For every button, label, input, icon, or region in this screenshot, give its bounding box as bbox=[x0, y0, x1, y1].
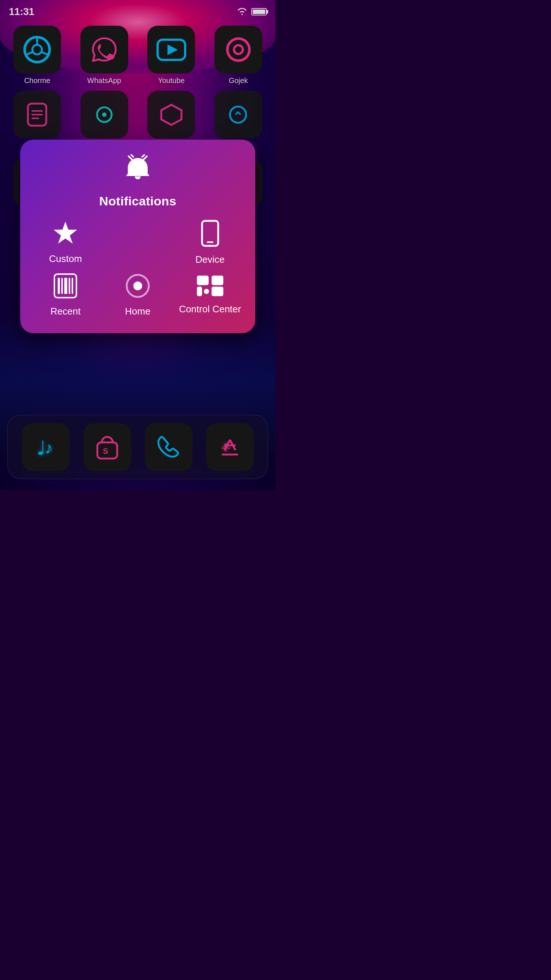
svg-rect-32 bbox=[197, 286, 202, 296]
menu-item-custom[interactable]: Custom bbox=[31, 220, 100, 264]
menu-label-recent: Recent bbox=[50, 306, 81, 317]
svg-marker-19 bbox=[54, 221, 77, 243]
device-phone-icon bbox=[200, 220, 220, 249]
svg-rect-23 bbox=[58, 278, 60, 294]
menu-top: Notifications bbox=[31, 154, 244, 208]
menu-label-home: Home bbox=[125, 306, 150, 317]
custom-star-icon bbox=[52, 220, 79, 248]
notifications-bell-icon bbox=[123, 154, 152, 189]
home-button-icon bbox=[124, 273, 151, 301]
svg-line-18 bbox=[142, 155, 144, 157]
menu-item-device[interactable]: Device bbox=[176, 220, 244, 265]
menu-item-home[interactable]: Home bbox=[103, 273, 172, 317]
svg-line-17 bbox=[131, 155, 133, 157]
menu-label-device: Device bbox=[195, 254, 224, 265]
context-menu-grid: Custom Device bbox=[31, 220, 244, 317]
svg-point-29 bbox=[133, 282, 142, 290]
menu-label-control-center: Control Center bbox=[179, 304, 241, 315]
context-menu: Notifications Custom Device bbox=[20, 140, 255, 333]
svg-rect-26 bbox=[69, 278, 70, 294]
context-menu-title: Notifications bbox=[99, 194, 176, 208]
menu-label-custom: Custom bbox=[49, 253, 82, 264]
menu-item-recent[interactable]: Recent bbox=[31, 273, 100, 317]
recent-barcode-icon bbox=[53, 273, 78, 301]
menu-item-control-center[interactable]: Control Center bbox=[176, 275, 244, 315]
svg-rect-24 bbox=[61, 278, 63, 294]
control-center-icon bbox=[196, 275, 224, 298]
svg-point-33 bbox=[204, 289, 209, 294]
svg-rect-30 bbox=[197, 275, 209, 285]
svg-rect-25 bbox=[64, 278, 67, 294]
svg-rect-31 bbox=[211, 275, 223, 285]
svg-rect-34 bbox=[211, 286, 223, 296]
svg-rect-27 bbox=[71, 278, 73, 294]
